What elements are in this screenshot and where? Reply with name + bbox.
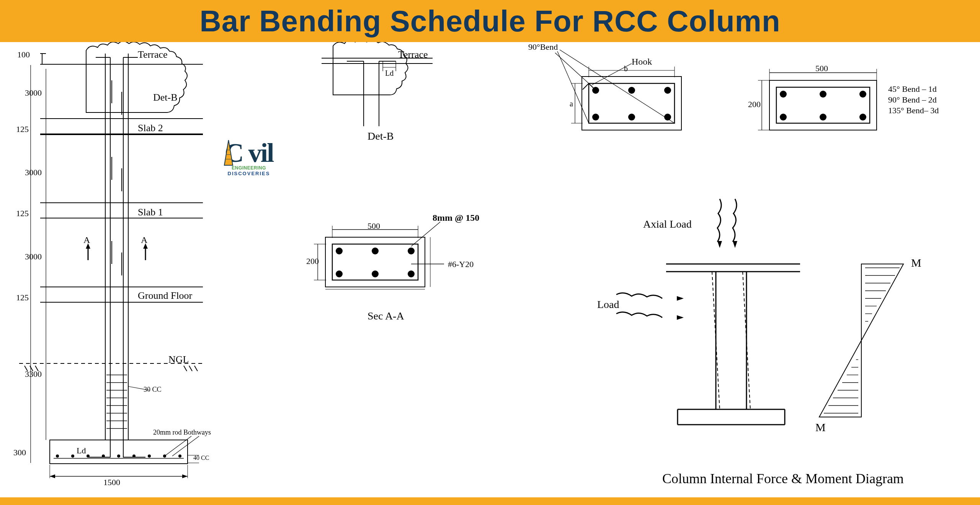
svg-point-102 [780,114,787,121]
logo-sub-engineering: ENGINEERING [199,165,299,171]
svg-rect-97 [769,80,877,130]
svg-point-29 [56,454,59,458]
bend-note-2: 90° Bend – 2d [888,95,937,105]
svg-line-75 [411,222,440,246]
svg-point-64 [372,248,379,254]
dim-slab1-thk: 125 [16,209,29,218]
dim-slab2-thk: 125 [16,124,29,134]
sec-a-right: A [141,235,147,245]
svg-point-104 [859,114,866,121]
detb-caption: Det-B [368,130,394,142]
axial-load-label: Axial Load [643,218,692,230]
page-title: Bar Bending Schedule For RCC Column [199,4,780,39]
moment-m-top: M [911,256,921,269]
det-b-drawing [306,42,467,142]
svg-marker-111 [717,241,722,248]
svg-marker-42 [182,474,188,478]
svg-line-89 [560,50,675,123]
detb-ld: Ld [385,69,394,78]
svg-point-33 [117,454,120,458]
secaa-rebar-note: #6-Y20 [448,259,474,269]
svg-marker-113 [677,296,684,301]
svg-point-100 [820,91,826,98]
label-ground-floor: Ground Floor [138,290,192,301]
svg-point-67 [372,270,379,277]
svg-point-99 [780,91,787,98]
header-bar: Bar Bending Schedule For RCC Column [0,0,980,42]
svg-point-103 [820,114,826,121]
dim-footing-thk: 300 [13,448,26,458]
svg-rect-27 [50,440,188,464]
svg-point-65 [408,248,415,254]
label-ld-footing: Ld [77,446,86,456]
hook-dim-b: b [624,64,628,73]
dim-top-overhang: 100 [17,50,30,60]
dim-span-slab2: 3000 [25,168,42,178]
label-slab1: Slab 1 [138,207,163,218]
brand-logo: C vil ENGINEERING DISCOVERIES [199,138,299,187]
hook-dim-a: a [570,99,573,108]
label-slab2: Slab 2 [138,122,163,134]
logo-sub-discoveries: DISCOVERIES [199,171,299,176]
note-40cc: 40 CC [193,454,209,461]
svg-point-35 [148,454,151,458]
secaa-stirrup-note: 8mm @ 150 [433,213,479,223]
svg-point-66 [336,270,343,277]
hook-caption: Hook [632,57,652,67]
force-moment-drawing [601,195,946,471]
secaa-width: 500 [368,221,380,231]
dim-gf-thk: 125 [16,293,29,303]
svg-point-37 [178,454,181,458]
section-aa-drawing [302,214,471,321]
elevation-drawing [8,42,222,494]
dim-span-top: 3000 [25,88,42,98]
svg-point-82 [628,87,635,94]
svg-rect-79 [582,77,681,130]
dimsec-height: 200 [748,99,761,109]
bend-note-3: 135° Bend– 3d [888,106,939,116]
detb-terrace: Terrace [398,49,428,60]
svg-point-30 [71,454,74,458]
dimsec-width: 500 [815,64,828,73]
svg-marker-114 [677,315,684,320]
svg-line-88 [557,51,589,123]
svg-point-68 [408,270,415,277]
note-20mm-rod: 20mm rod Bothways [153,428,211,437]
label-ngl: NGL [168,354,189,365]
moment-m-bot: M [815,421,826,434]
footer-bar [0,497,980,505]
dim-below-gf: 3300 [25,369,42,379]
note-30cc: 30 CC [144,386,162,394]
svg-marker-41 [50,474,55,478]
dim-footing-width: 1500 [103,477,120,487]
label-det-b: Det-B [153,92,178,103]
secaa-caption: Sec A-A [368,310,404,322]
svg-rect-61 [325,237,425,287]
lateral-load-label: Load [597,298,619,311]
svg-point-85 [628,114,635,121]
hook-bend-label: 90°Bend [528,42,558,52]
svg-line-46 [172,436,199,456]
svg-marker-50 [224,140,233,165]
label-terrace: Terrace [138,49,168,60]
svg-point-101 [859,91,866,98]
force-diagram-caption: Column Internal Force & Moment Diagram [662,471,904,487]
diagram-canvas: 100 3000 125 3000 125 3000 125 3300 300 … [0,42,980,501]
svg-point-81 [592,87,599,94]
svg-point-63 [336,248,343,254]
bend-note-1: 45° Bend – 1d [888,84,937,94]
sec-a-left: A [83,235,90,245]
svg-point-83 [664,87,671,94]
secaa-height: 200 [306,256,319,266]
dim-span-slab1: 3000 [25,252,42,262]
svg-marker-112 [733,241,737,248]
svg-point-84 [592,114,599,121]
